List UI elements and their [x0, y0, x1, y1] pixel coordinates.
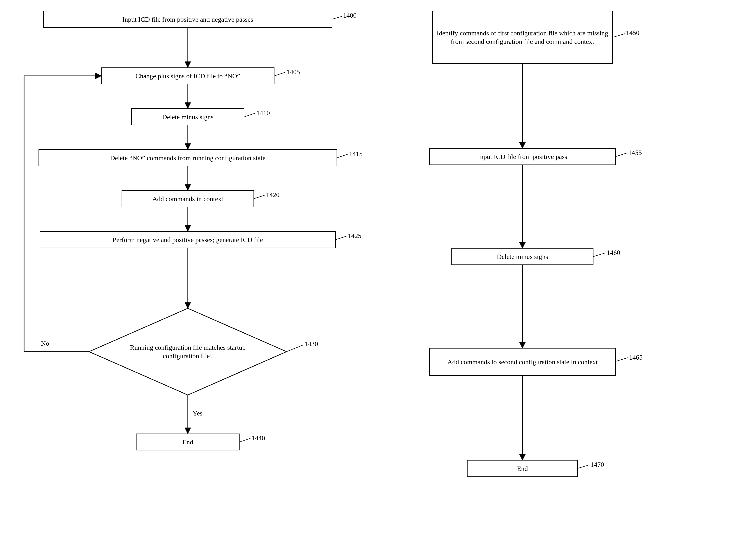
svg-line-12 — [336, 236, 347, 240]
svg-line-14 — [240, 438, 250, 442]
ref-1410: 1410 — [257, 109, 270, 117]
node-1405: Change plus signs of ICD file to “NO” — [101, 67, 274, 84]
svg-line-21 — [593, 253, 606, 257]
ref-1400: 1400 — [343, 12, 356, 19]
node-1460-text: Delete minus signs — [497, 253, 548, 261]
flowchart-canvas: Input ICD file from positive and negativ… — [0, 0, 755, 560]
ref-1405: 1405 — [286, 68, 300, 76]
node-1410: Delete minus signs — [131, 108, 244, 125]
node-1415: Delete “NO” commands from running config… — [39, 149, 337, 166]
svg-line-8 — [274, 72, 285, 76]
svg-line-19 — [613, 34, 625, 37]
node-1410-text: Delete minus signs — [162, 113, 213, 121]
node-1405-text: Change plus signs of ICD file to “NO” — [136, 72, 240, 80]
node-1465-text: Add commands to second configuration sta… — [447, 358, 597, 366]
node-1460: Delete minus signs — [451, 248, 593, 265]
ref-1440: 1440 — [251, 434, 265, 442]
ref-1430: 1430 — [305, 340, 318, 348]
node-1455-text: Input ICD file from positive pass — [478, 153, 567, 161]
ref-1415: 1415 — [349, 150, 363, 158]
decision-no-label: No — [41, 340, 49, 347]
node-1470: End — [467, 460, 578, 477]
node-1450: Identify commands of first configuration… — [432, 11, 613, 64]
ref-1425: 1425 — [348, 232, 361, 240]
ref-1420: 1420 — [266, 191, 280, 199]
node-1425-text: Perform negative and positive passes; ge… — [113, 236, 263, 244]
ref-1455: 1455 — [628, 149, 642, 157]
svg-line-20 — [616, 153, 627, 157]
node-1470-text: End — [517, 464, 528, 473]
svg-line-7 — [332, 16, 342, 19]
node-1440: End — [136, 434, 240, 451]
node-1420-text: Add commands in context — [152, 195, 223, 203]
node-1450-text: Identify commands of first configuration… — [436, 29, 609, 46]
node-1455: Input ICD file from positive pass — [429, 148, 616, 165]
node-1420: Add commands in context — [122, 190, 254, 207]
node-1430: Running configuration file matches start… — [89, 308, 286, 395]
ref-1465: 1465 — [629, 354, 642, 361]
ref-1470: 1470 — [591, 461, 604, 468]
node-1415-text: Delete “NO” commands from running config… — [110, 154, 265, 162]
ref-1450: 1450 — [626, 29, 639, 37]
node-1425: Perform negative and positive passes; ge… — [40, 231, 336, 248]
svg-line-23 — [577, 465, 589, 468]
svg-line-10 — [337, 154, 348, 158]
svg-line-11 — [254, 195, 265, 199]
node-1440-text: End — [182, 438, 193, 446]
svg-line-13 — [286, 345, 303, 352]
node-1400: Input ICD file from positive and negativ… — [43, 11, 332, 28]
decision-yes-label: Yes — [192, 409, 202, 417]
node-1465: Add commands to second configuration sta… — [429, 348, 616, 376]
ref-1460: 1460 — [607, 249, 620, 257]
node-1430-text: Running configuration file matches start… — [123, 343, 253, 360]
svg-line-9 — [244, 113, 255, 117]
svg-line-22 — [616, 358, 628, 361]
node-1400-text: Input ICD file from positive and negativ… — [122, 15, 253, 24]
